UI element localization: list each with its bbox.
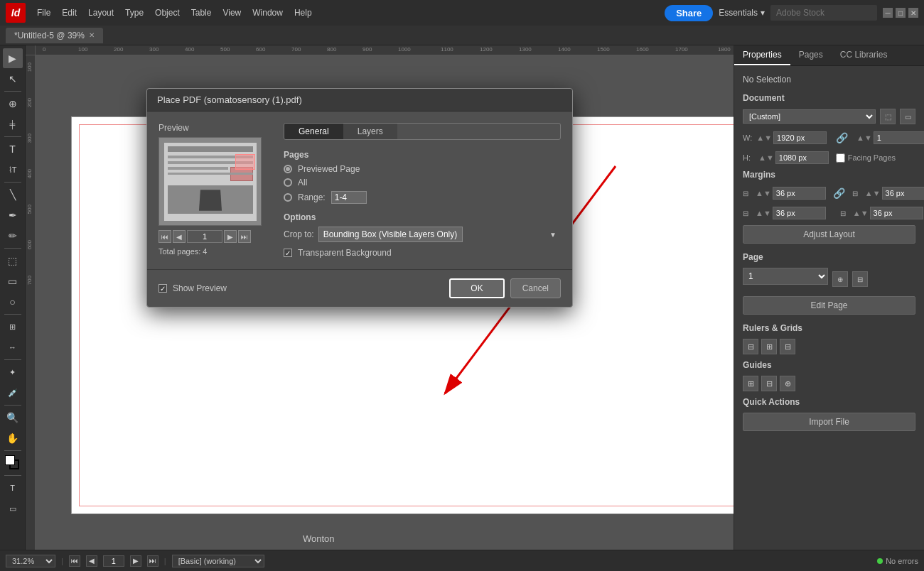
canvas-area[interactable]: Place PDF (somatosensory (1).pdf) Previe… (26, 45, 734, 550)
margin-left-input[interactable] (870, 207, 923, 219)
guide-icon-1[interactable]: ⊞ (743, 376, 758, 391)
width-right-input[interactable] (874, 131, 924, 144)
page-nav-prev[interactable]: ◀ (86, 555, 97, 567)
page-last-button[interactable]: ⏭ (238, 230, 251, 243)
tab-pages[interactable]: Pages (790, 45, 832, 65)
select-tool[interactable]: ▶ (3, 48, 23, 68)
page-nav-next[interactable]: ▶ (130, 555, 141, 567)
adobe-stock-search[interactable] (770, 5, 877, 21)
menu-view[interactable]: View (217, 5, 247, 21)
radio-all[interactable]: All (284, 178, 561, 187)
menu-edit[interactable]: Edit (56, 5, 82, 21)
menu-file[interactable]: File (31, 5, 56, 21)
options-section-label: Options (284, 212, 561, 222)
page-icon-2[interactable]: ⊟ (852, 271, 868, 287)
line-tool[interactable]: ╲ (3, 185, 23, 205)
guides-section-title: Guides (743, 360, 915, 370)
essentials-button[interactable]: Essentials ▾ (719, 8, 765, 18)
menu-layout[interactable]: Layout (82, 5, 119, 21)
transparent-bg-checkbox[interactable] (284, 249, 292, 257)
maximize-button[interactable]: □ (896, 8, 906, 18)
radio-previewed-page[interactable]: Previewed Page (284, 164, 561, 174)
width-input[interactable] (773, 131, 827, 144)
minimize-button[interactable]: ─ (883, 8, 893, 18)
cancel-button[interactable]: Cancel (510, 278, 561, 298)
page-number-input[interactable] (187, 230, 222, 243)
ruler-horizontal: 0 100 200 300 400 500 600 700 800 900 10… (36, 45, 734, 55)
height-input[interactable] (775, 151, 829, 164)
menu-type[interactable]: Type (119, 5, 149, 21)
frame-mode[interactable]: ▭ (3, 499, 23, 518)
errors-label: No errors (886, 557, 918, 565)
rect-tool[interactable]: ▭ (3, 271, 23, 291)
radio-range[interactable]: Range: (284, 191, 561, 204)
menu-object[interactable]: Object (149, 5, 186, 21)
page-first-button[interactable]: ⏮ (159, 230, 171, 243)
ruler-icon-2[interactable]: ⊞ (761, 339, 777, 354)
height-row: H: ▲▼ Facing Pages (743, 151, 915, 164)
page-tool[interactable]: ⊕ (3, 94, 23, 114)
tab-cc-libraries[interactable]: CC Libraries (832, 45, 896, 65)
ruler-icon-3[interactable]: ⊟ (780, 339, 795, 354)
document-preset-select[interactable]: [Custom] (743, 109, 876, 124)
rect-frame-tool[interactable]: ⬚ (3, 251, 23, 271)
hand-tool[interactable]: ✋ (3, 428, 23, 448)
share-button[interactable]: Share (665, 5, 713, 21)
guide-icon-2[interactable]: ⊟ (761, 376, 777, 391)
ellipse-tool[interactable]: ○ (3, 292, 23, 312)
facing-pages-checkbox[interactable] (836, 153, 845, 163)
page-nav-first[interactable]: ⏮ (69, 555, 80, 567)
dialog-right-panel: General Layers Pages Previewed Page All (284, 123, 561, 258)
current-page-input[interactable] (103, 555, 124, 567)
page-icon-1[interactable]: ⊕ (832, 271, 848, 287)
zoom-select[interactable]: 31.2% (6, 555, 55, 567)
close-button[interactable]: ✕ (908, 8, 918, 18)
page-nav-last[interactable]: ⏭ (147, 555, 159, 567)
page-prev-button[interactable]: ◀ (173, 230, 186, 243)
margin-top-input[interactable] (773, 187, 826, 200)
margin-right-input[interactable] (882, 187, 924, 200)
page-select[interactable]: 1 (743, 268, 828, 285)
tab-properties[interactable]: Properties (734, 45, 790, 65)
pen-tool[interactable]: ✒ (3, 205, 23, 225)
direct-select-tool[interactable]: ↖ (3, 69, 23, 89)
eyedropper-tool[interactable]: 💉 (3, 383, 23, 403)
guide-icon-3[interactable]: ⊕ (780, 376, 795, 391)
crop-to-select[interactable]: Bounding Box (Visible Layers Only) (318, 227, 463, 242)
document-tab[interactable]: *Untitled-5 @ 39% ✕ (6, 28, 103, 43)
normal-mode[interactable]: T (3, 478, 23, 498)
landscape-icon-button[interactable]: ⬚ (880, 109, 896, 124)
type-tool[interactable]: T (3, 139, 23, 159)
zoom-tool[interactable]: 🔍 (3, 408, 23, 428)
page-next-button[interactable]: ▶ (224, 230, 237, 243)
ruler-icon-1[interactable]: ⊟ (743, 339, 758, 354)
transform-tool[interactable]: ⊞ (3, 317, 23, 337)
radio-all-dot (284, 178, 292, 187)
menu-window[interactable]: Window (247, 5, 289, 21)
ok-button[interactable]: OK (449, 278, 504, 298)
import-file-button[interactable]: Import File (743, 413, 915, 431)
menu-help[interactable]: Help (289, 5, 318, 21)
fill-stroke-tool[interactable] (3, 453, 23, 473)
tab-close-icon[interactable]: ✕ (89, 31, 95, 39)
gap-tool[interactable]: ╪ (3, 114, 23, 134)
tool-separator-9 (4, 475, 21, 476)
dialog-tabs: General Layers (284, 123, 561, 140)
color-theme-tool[interactable]: ✦ (3, 362, 23, 382)
free-transform-tool[interactable]: ↔ (3, 337, 23, 357)
menu-table[interactable]: Table (186, 5, 217, 21)
portrait-icon-button[interactable]: ▭ (900, 109, 915, 124)
type-on-path-tool[interactable]: ⌇T (3, 160, 23, 180)
adjust-layout-button[interactable]: Adjust Layout (743, 225, 915, 244)
range-input[interactable] (331, 191, 367, 204)
wonton-label: Wonton (303, 533, 335, 544)
show-preview-checkbox[interactable] (159, 284, 167, 293)
edit-page-button[interactable]: Edit Page (743, 296, 915, 315)
tool-separator-2 (4, 136, 21, 137)
tab-general[interactable]: General (284, 124, 343, 139)
statusbar: 31.2% | ⏮ ◀ ▶ ⏭ | [Basic] (working) No e… (0, 550, 924, 571)
tab-layers[interactable]: Layers (343, 124, 397, 139)
margin-bottom-input[interactable] (773, 207, 826, 219)
workspace-select[interactable]: [Basic] (working) (172, 555, 264, 567)
pencil-tool[interactable]: ✏ (3, 226, 23, 246)
